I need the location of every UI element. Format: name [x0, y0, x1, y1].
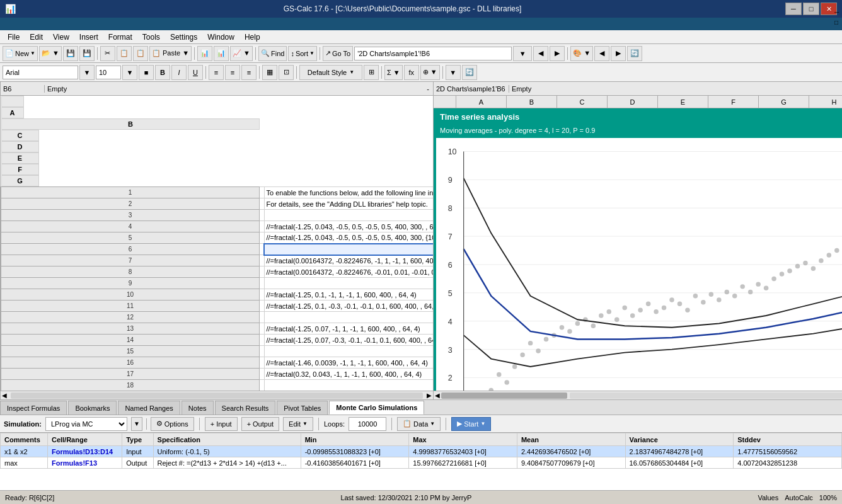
font-name-input[interactable]	[3, 66, 78, 79]
inner-max-button[interactable]: □	[834, 19, 839, 29]
cell-a9[interactable]	[260, 278, 265, 289]
output-button[interactable]: + Output	[241, 417, 279, 431]
style-dropdown[interactable]: Default Style ▼	[299, 65, 362, 80]
tab-notes[interactable]: Notes	[182, 401, 214, 415]
cell-a11[interactable]	[260, 301, 265, 312]
sum-button[interactable]: Σ ▼	[384, 65, 403, 80]
paste-button[interactable]: 📋 Paste ▼	[149, 46, 192, 61]
cell-b1[interactable]: To enable the functions below, add the f…	[264, 187, 433, 198]
cell-b8[interactable]: //=fractal(0.00164372, -0.8224676, -0.01…	[264, 266, 433, 278]
copy-button[interactable]: 📋	[117, 46, 132, 61]
save-button[interactable]: 💾	[63, 46, 78, 61]
menu-tools[interactable]: Tools	[137, 30, 165, 43]
menu-file[interactable]: File	[3, 30, 25, 43]
start-button[interactable]: ▶ Start ▼	[451, 417, 491, 431]
chart-hscroll-track[interactable]	[570, 392, 842, 399]
chart-col-a[interactable]: A	[456, 96, 507, 108]
cell-a3[interactable]	[260, 210, 265, 221]
cell-b3[interactable]	[264, 210, 433, 221]
bold-button[interactable]: B	[155, 65, 170, 80]
col-header-g[interactable]: G	[1, 175, 39, 186]
align-left-button[interactable]: ≡	[209, 65, 224, 80]
data-button[interactable]: 📋 Data ▼	[397, 417, 441, 431]
italic-button[interactable]: I	[171, 65, 187, 80]
hscroll-thumb[interactable]	[11, 392, 423, 399]
cell-b16[interactable]: //=fractal(-1.46, 0.0039, -1, 1, -1, 1, …	[264, 357, 433, 369]
sort-button[interactable]: ↕ Sort ▼	[288, 46, 317, 61]
extra1-button[interactable]: ▼	[446, 65, 461, 80]
border-button[interactable]: ▦	[262, 65, 277, 80]
cell-a4[interactable]	[260, 221, 265, 232]
chart-col-f[interactable]: F	[708, 96, 759, 108]
refresh-button[interactable]: 🔄	[627, 46, 642, 61]
nav-field[interactable]	[354, 47, 512, 60]
cell-b7[interactable]: //=fractal(0.00164372, -0.8224676, -1, 1…	[264, 255, 433, 266]
cell-a5[interactable]	[260, 232, 265, 244]
menu-window[interactable]: Window	[202, 30, 239, 43]
edit-button[interactable]: Edit ▼	[283, 417, 313, 431]
chart-col-g[interactable]: G	[759, 96, 809, 108]
align-center-button[interactable]: ≡	[225, 65, 240, 80]
cell-b13[interactable]: //=fractal(-1.25, 0.07, -1, 1, -1, 1, 60…	[264, 323, 433, 335]
arrow-left-button[interactable]: ◀	[594, 46, 609, 61]
back-button[interactable]: ◀	[533, 46, 548, 61]
grid-scroll[interactable]: A B C D E F G 1To enable the functions b…	[1, 96, 433, 391]
chart-hscroll-left[interactable]: ◀	[434, 392, 441, 399]
align-right-button[interactable]: ≡	[241, 65, 257, 80]
col-header-d[interactable]: D	[1, 141, 39, 152]
open-button[interactable]: 📂 ▼	[39, 46, 62, 61]
cell-a7[interactable]	[260, 255, 265, 266]
cell-b17[interactable]: //=fractal(0.32, 0.043, -1, 1, -1, 1, 60…	[264, 369, 433, 380]
cell-a12[interactable]	[260, 312, 265, 323]
tab-bookmarks[interactable]: Bookmarks	[68, 401, 117, 415]
cell-a16[interactable]	[260, 357, 265, 369]
col-header-f[interactable]: F	[1, 164, 39, 175]
style2-button[interactable]: ⊞	[364, 65, 379, 80]
cell-a8[interactable]	[260, 266, 265, 278]
cell-a18[interactable]	[260, 380, 265, 391]
copy2-button[interactable]: 📋	[133, 46, 148, 61]
tab-namedranges[interactable]: Named Ranges	[118, 401, 180, 415]
forward-button[interactable]: ▶	[550, 46, 565, 61]
cell-b6[interactable]	[264, 244, 433, 255]
font-size-input[interactable]	[96, 66, 121, 79]
tab-pivottables[interactable]: Pivot Tables	[277, 401, 328, 415]
fx-button[interactable]: fx	[404, 65, 419, 80]
chart-col-h[interactable]: H	[809, 96, 842, 108]
cell-a10[interactable]	[260, 289, 265, 301]
find-button[interactable]: 🔍 Find	[258, 46, 287, 61]
cell-b9[interactable]	[264, 278, 433, 289]
col-header-e[interactable]: E	[1, 152, 39, 164]
col-header-c[interactable]: C	[1, 130, 39, 141]
cell-a1[interactable]	[260, 187, 265, 198]
cell-b4[interactable]: //=fractal(-1.25, 0.043, -0.5, 0.5, -0.5…	[264, 221, 433, 232]
cell-a2[interactable]	[260, 198, 265, 210]
hscroll-left[interactable]: ◀	[1, 392, 8, 399]
cell-a14[interactable]	[260, 335, 265, 346]
menu-edit[interactable]: Edit	[25, 30, 48, 43]
menu-help[interactable]: Help	[239, 30, 265, 43]
cell-a17[interactable]	[260, 369, 265, 380]
cell-b11[interactable]: //=fractal(-1.25, 0.1, -0.3, -0.1, -0.1,…	[264, 301, 433, 312]
cell-b10[interactable]: //=fractal(-1.25, 0.1, -1, 1, -1, 1, 600…	[264, 289, 433, 301]
special-button[interactable]: ⊕ ▼	[420, 65, 440, 80]
hscroll-right[interactable]: ▶	[425, 392, 433, 399]
cell-b14[interactable]: //=fractal(-1.25, 0.07, -0.3, -0.1, -0.1…	[264, 335, 433, 346]
cell-b2[interactable]: For details, see the "Adding DLL librari…	[264, 198, 433, 210]
menu-format[interactable]: Format	[103, 30, 137, 43]
save2-button[interactable]: 💾	[79, 46, 95, 61]
font-size-dropdown[interactable]: ▼	[122, 65, 137, 80]
cell-a15[interactable]	[260, 346, 265, 357]
sim-select[interactable]: LProg via MC	[45, 417, 127, 431]
inner-min-button[interactable]: ─	[834, 9, 839, 19]
loops-input[interactable]	[349, 417, 386, 431]
nav-go-button[interactable]: ▼	[513, 46, 532, 61]
chart-hscroll-thumb[interactable]	[441, 392, 567, 399]
menu-view[interactable]: View	[48, 30, 74, 43]
cell-a6[interactable]	[260, 244, 265, 255]
maximize-button[interactable]: □	[803, 3, 819, 15]
cell-b15[interactable]	[264, 346, 433, 357]
input-button[interactable]: + Input	[205, 417, 238, 431]
tab-montecarlo[interactable]: Monte Carlo Simulations	[329, 401, 424, 415]
col-header-a[interactable]: A	[1, 107, 24, 118]
